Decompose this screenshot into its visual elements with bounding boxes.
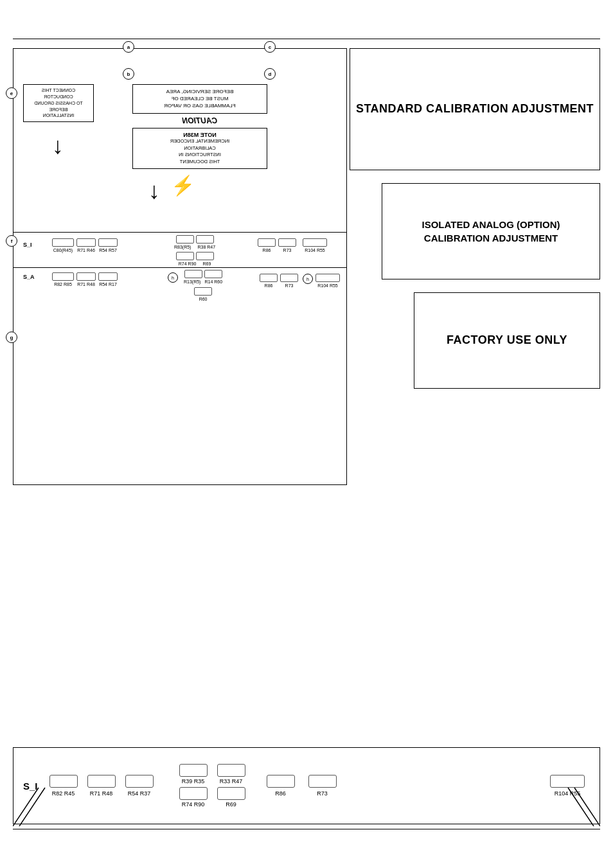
bottom-rect-r86 <box>267 775 295 788</box>
r54-label: R54 R57 <box>99 248 117 252</box>
bottom-comp-r73: R73 <box>308 775 337 797</box>
note-title: NOTE M38N <box>136 132 263 138</box>
callout-b: b <box>123 68 134 80</box>
standard-calibration-box: STANDARD CALIBRATION ADJUSTMENT <box>350 48 600 170</box>
bottom-lbl-r54: R54 R37 <box>128 790 151 797</box>
bottom-comp-r33: R33 R47 R69 <box>217 764 245 808</box>
bottom-lbl-r69: R69 <box>226 801 236 808</box>
r71b-comp: R71 R48 <box>76 272 96 287</box>
s-a-row: R82 R85 R71 R48 R54 R17 <box>52 272 118 287</box>
main-diagram-box: a b c d e f g CONNECT THIS CONDUCTOR TO … <box>13 48 347 485</box>
svg-line-2 <box>574 788 600 826</box>
sa-right-group: R86 R73 <box>260 274 298 288</box>
svg-line-0 <box>13 788 39 826</box>
caution-area: BEFORE SERVICING, AREAMUST BE CLEARED OF… <box>132 84 267 169</box>
r86b-comp: R86 <box>260 274 278 288</box>
r60-rect <box>194 287 212 296</box>
callout-e: e <box>6 87 17 99</box>
bottom-rect-r33 <box>217 764 245 777</box>
r69-rect <box>196 252 214 260</box>
bottom-comp-r54: R54 R37 <box>125 775 154 797</box>
h-sep-1 <box>13 232 346 233</box>
bottom-rect-r39 <box>179 764 208 777</box>
bottom-lbl-r73: R73 <box>317 790 328 797</box>
callout-a: a <box>123 41 134 53</box>
svg-line-3 <box>568 788 594 826</box>
callout-c: c <box>264 41 276 53</box>
bottom-lbl-r71: R71 R48 <box>90 790 113 797</box>
isolated-analog-box: ISOLATED ANALOG (OPTION) CALIBRATION ADJ… <box>382 183 600 279</box>
circle-h-right: h <box>303 274 313 284</box>
bottom-comp-r86: R86 <box>267 775 295 797</box>
c80-group: C80(R45) <box>52 238 74 252</box>
r73-lbl: R73 <box>283 248 292 252</box>
r74-pair <box>176 252 214 260</box>
callout-f: f <box>6 235 17 247</box>
bottom-rect-r71 <box>87 775 116 788</box>
note-box: NOTE M38N INCREMENTAL ENCODERCALIBRATION… <box>132 128 267 169</box>
r54b-rect <box>98 272 118 281</box>
bottom-comp-r39: R39 R35 R74 R90 <box>179 764 208 808</box>
r73b-lbl: R73 <box>285 283 294 288</box>
r13-top <box>184 270 222 278</box>
r71-rect <box>76 238 96 247</box>
r82-rect <box>52 272 74 281</box>
r86b-rect <box>260 274 278 282</box>
c80-rect <box>52 238 74 247</box>
r13-rect <box>184 270 202 278</box>
c80-label: C80(R45) <box>53 248 73 252</box>
r54-group: R54 R57 <box>98 238 118 252</box>
bottom-rect-r54 <box>125 775 154 788</box>
r54b-lbl: R54 R17 <box>99 282 117 287</box>
diagonal-decoration-right <box>549 775 600 826</box>
r73b-rect <box>280 274 298 282</box>
r39-label: R83(R5) R38 R47 <box>174 245 215 249</box>
r83-rect <box>176 235 194 244</box>
callout-g: g <box>6 332 17 343</box>
bottom-component-box: S_I R82 R45 R71 R48 R54 R37 R39 R35 R74 … <box>13 747 600 824</box>
bottom-rect-r74 <box>179 787 208 800</box>
r73-rect <box>278 238 296 247</box>
bottom-lbl-r33: R33 R47 <box>220 778 243 784</box>
r104b-lbl: R104 R55 <box>317 283 338 288</box>
r71b-lbl: R71 R48 <box>77 282 95 287</box>
conductor-text-box: CONNECT THIS CONDUCTOR TO CHASSIS GROUND… <box>23 84 94 122</box>
bottom-lbl-r86: R86 <box>275 790 286 797</box>
s-i-row: C80(R45) R71 R46 R54 R57 <box>52 238 118 252</box>
r39-group: R83(R5) R38 R47 R74 R90 R69 <box>174 235 215 266</box>
diagonal-decoration <box>13 775 64 826</box>
r104-rect-mini <box>303 238 327 247</box>
arrow-down-mid: ↓ <box>148 177 160 204</box>
r104-lbl-mini: R104 R55 <box>305 248 325 252</box>
conductor-line1: CONNECT THIS CONDUCTOR <box>28 87 89 100</box>
caution-title: CAUTION <box>132 116 267 125</box>
r82-lbl: R82 R85 <box>54 282 72 287</box>
r86-comp: R86 <box>258 238 276 252</box>
conductor-line3: INSTALLATION <box>28 112 89 119</box>
bottom-rect-r73 <box>308 775 337 788</box>
standard-calibration-text: STANDARD CALIBRATION ADJUSTMENT <box>356 101 594 117</box>
factory-use-box: FACTORY USE ONLY <box>414 292 600 389</box>
r38-rect <box>196 235 214 244</box>
r104-group-mini: R104 R55 <box>303 238 327 252</box>
r71-label: R71 R46 <box>77 248 95 252</box>
h-sep-2 <box>13 267 346 268</box>
r86b-lbl: R86 <box>265 283 273 288</box>
r86-lbl: R86 <box>263 248 271 252</box>
s-a-label: S_A <box>23 274 35 280</box>
r74-rect <box>176 252 194 260</box>
s-i-label: S_I <box>23 242 32 248</box>
caution-note-box: BEFORE SERVICING, AREAMUST BE CLEARED OF… <box>132 84 267 114</box>
r54-rect <box>98 238 118 247</box>
r39-top <box>176 235 214 244</box>
r82-comp: R82 R85 <box>52 272 74 287</box>
r74-label: R74 R90 R69 <box>179 261 211 266</box>
r13-label: R13(R5) R14 R60 <box>184 279 222 284</box>
circle-sa: h <box>168 272 178 283</box>
bottom-rect-r69 <box>217 787 245 800</box>
arrow-down-left: ↓ <box>52 132 64 159</box>
r86-rect <box>258 238 276 247</box>
callout-d: d <box>264 68 276 80</box>
r54b-comp: R54 R17 <box>98 272 118 287</box>
r73b-comp: R73 <box>280 274 298 288</box>
